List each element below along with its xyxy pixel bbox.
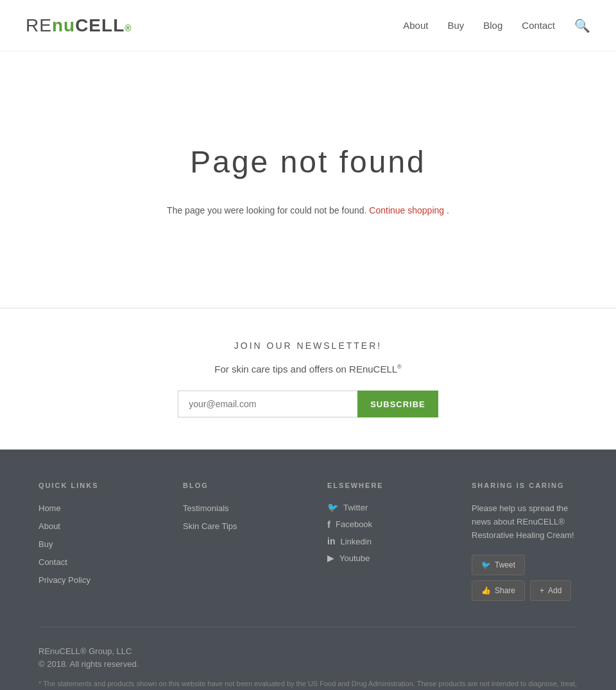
nav-buy[interactable]: Buy xyxy=(447,20,464,31)
add-label: Add xyxy=(548,586,561,595)
header: REnuCELL® About Buy Blog Contact 🔍 xyxy=(0,0,616,51)
tweet-label: Tweet xyxy=(495,560,515,569)
footer-buy[interactable]: Buy xyxy=(38,539,53,549)
list-item: Buy xyxy=(38,538,144,550)
share-button[interactable]: 👍 Share xyxy=(472,580,525,601)
footer-quick-links: QUICK LINKS Home About Buy Contact Priva… xyxy=(38,482,144,601)
facebook-link[interactable]: f Facebook xyxy=(327,519,433,530)
footer-about[interactable]: About xyxy=(38,521,60,531)
facebook-icon: f xyxy=(327,519,330,530)
linkedin-label: Linkedin xyxy=(340,537,371,546)
continue-shopping-link[interactable]: Continue shopping xyxy=(369,205,444,215)
add-icon: + xyxy=(540,586,544,595)
share-icon: 👍 xyxy=(481,586,491,595)
footer-privacy[interactable]: Privacy Policy xyxy=(38,575,90,585)
footer-home[interactable]: Home xyxy=(38,503,61,513)
newsletter-description: For skin care tips and offers on REnuCEL… xyxy=(13,364,603,374)
copyright: © 2018. All rights reserved. xyxy=(38,659,578,669)
not-found-message: The page you were looking for could not … xyxy=(167,205,449,215)
list-item: About xyxy=(38,520,144,532)
nav-about[interactable]: About xyxy=(403,20,428,31)
linkedin-icon: in xyxy=(327,536,335,546)
nav-blog[interactable]: Blog xyxy=(483,20,502,31)
footer-skin-care-tips[interactable]: Skin Care Tips xyxy=(183,521,237,531)
newsletter-title: JOIN OUR NEWSLETTER! xyxy=(13,341,603,351)
company-name: REnuCELL® Group, LLC xyxy=(38,646,578,656)
footer-elsewhere: ELSEWHERE 🐦 Twitter f Facebook i xyxy=(327,482,433,601)
footer-bottom: REnuCELL® Group, LLC © 2018. All rights … xyxy=(38,627,578,690)
list-item: Privacy Policy xyxy=(38,574,144,585)
youtube-link[interactable]: ▶ Youtube xyxy=(327,553,433,563)
tweet-button[interactable]: 🐦 Tweet xyxy=(472,555,525,575)
twitter-link[interactable]: 🐦 Twitter xyxy=(327,502,433,512)
add-button[interactable]: + Add xyxy=(530,580,571,601)
email-input[interactable] xyxy=(178,391,357,417)
page-not-found-title: Page not found xyxy=(190,144,426,180)
sharing-text: Please help us spread the news about REn… xyxy=(472,502,578,542)
sharing-title: SHARING IS CARING xyxy=(472,482,578,489)
youtube-icon: ▶ xyxy=(327,553,334,563)
newsletter-section: JOIN OUR NEWSLETTER! For skin care tips … xyxy=(0,308,616,450)
main-nav: About Buy Blog Contact 🔍 xyxy=(403,18,590,33)
footer: QUICK LINKS Home About Buy Contact Priva… xyxy=(0,450,616,690)
search-icon[interactable]: 🔍 xyxy=(574,18,590,33)
list-item: Testimonials xyxy=(183,502,289,514)
footer-testimonials[interactable]: Testimonials xyxy=(183,503,229,513)
facebook-label: Facebook xyxy=(336,519,372,529)
list-item: in Linkedin xyxy=(327,536,433,546)
subscribe-button[interactable]: SUBSCRIBE xyxy=(357,391,438,417)
elsewhere-title: ELSEWHERE xyxy=(327,482,433,489)
logo[interactable]: REnuCELL® xyxy=(26,15,132,36)
list-item: f Facebook xyxy=(327,519,433,530)
nav-contact[interactable]: Contact xyxy=(522,20,555,31)
newsletter-form: SUBSCRIBE xyxy=(13,391,603,417)
youtube-label: Youtube xyxy=(339,553,370,563)
share-buttons: 🐦 Tweet 👍 Share + Add xyxy=(472,555,578,601)
linkedin-link[interactable]: in Linkedin xyxy=(327,536,433,546)
disclaimer: * The statements and products shown on t… xyxy=(38,678,578,690)
list-item: ▶ Youtube xyxy=(327,553,433,563)
footer-contact[interactable]: Contact xyxy=(38,557,67,567)
list-item: Home xyxy=(38,502,144,514)
footer-blog: BLOG Testimonials Skin Care Tips xyxy=(183,482,289,601)
footer-sharing: SHARING IS CARING Please help us spread … xyxy=(472,482,578,601)
twitter-icon: 🐦 xyxy=(327,502,338,512)
blog-title: BLOG xyxy=(183,482,289,489)
list-item: Contact xyxy=(38,556,144,568)
twitter-label: Twitter xyxy=(343,503,368,512)
footer-columns: QUICK LINKS Home About Buy Contact Priva… xyxy=(38,482,578,601)
quick-links-title: QUICK LINKS xyxy=(38,482,144,489)
list-item: 🐦 Twitter xyxy=(327,502,433,512)
tweet-icon: 🐦 xyxy=(481,560,491,569)
share-label: Share xyxy=(495,586,515,595)
main-content: Page not found The page you were looking… xyxy=(0,51,616,308)
list-item: Skin Care Tips xyxy=(183,520,289,532)
